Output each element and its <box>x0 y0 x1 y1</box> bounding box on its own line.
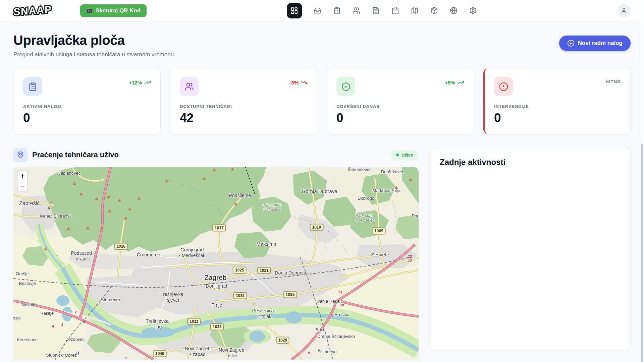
peak-marker-icon <box>203 177 206 180</box>
map-place-label: Hruščić <box>334 312 349 317</box>
map-place-label: Stupnički Obrež <box>46 353 77 358</box>
map-place-label: Stenjevec <box>101 297 121 303</box>
map-place-label: Bestovje <box>19 281 36 286</box>
scrollbar-thumb[interactable] <box>641 144 643 362</box>
map-place-label: Ježdovec <box>66 337 85 342</box>
map-place-label: Ivanec Bistranski <box>40 214 72 219</box>
map-place-label: Maksimir <box>256 241 276 247</box>
brand-logo: SNAAP <box>13 3 52 17</box>
nav-globe-icon[interactable] <box>450 7 458 15</box>
map-place-label: Đurđekovec <box>381 169 404 174</box>
map-place-label: rezje <box>13 315 21 320</box>
motorway-junction-number: 4 <box>52 324 54 328</box>
circle-check-icon <box>336 77 355 96</box>
map-place-label: Trešnjevka - sjever <box>160 292 183 303</box>
page-subtitle: Pregled aktivnih usluga i statusa tehnič… <box>13 51 175 58</box>
urgent-badge: HITNO <box>605 79 621 84</box>
clipboard-list-icon <box>23 77 42 96</box>
map-place-label: Donja Dubrava <box>275 270 306 276</box>
trending-up-icon <box>144 79 151 86</box>
map-place-label: Zagreb <box>205 274 227 282</box>
new-work-order-button[interactable]: Novi radni nalog <box>559 36 631 51</box>
map-place-label: Novi Zagreb - zapad <box>185 346 210 357</box>
stat-card-active-orders: +12% AKTIVNI NALOZI 0 <box>13 68 161 134</box>
peak-marker-icon <box>124 217 127 220</box>
users-icon <box>180 77 199 96</box>
map-place-label: Črnomerec <box>137 252 160 258</box>
map-zoom-control: + − <box>17 171 28 191</box>
trend-indicator: +5% <box>445 79 464 86</box>
peak-marker-icon <box>213 168 216 171</box>
activity-title: Zadnje aktivnosti <box>440 158 620 167</box>
map-overlay: JablanovecŠimunčevecĐurđekovecGornja Dub… <box>13 167 419 360</box>
peak-marker-icon <box>100 226 104 229</box>
peak-marker-icon <box>79 192 83 195</box>
trending-up-icon <box>458 79 464 86</box>
map-place-label: Sasi <box>316 327 324 332</box>
user-avatar[interactable] <box>617 4 631 17</box>
motorway-junction-number: 3 <box>61 323 63 327</box>
motorway-junction-number: 12 <box>408 259 412 263</box>
live-badge: Uživo <box>391 150 419 160</box>
peak-marker-icon <box>107 195 110 198</box>
recent-activity-panel: Zadnje aktivnosti <box>429 148 631 350</box>
map-place-label: Donji grad <box>206 283 227 289</box>
map-pin-icon <box>13 148 28 162</box>
stat-value: 0 <box>23 112 151 124</box>
map-place-label: Kerestinec <box>17 337 37 342</box>
peak-marker-icon <box>86 227 90 230</box>
zoom-out-button[interactable]: − <box>17 181 28 191</box>
map-place-label: Podsljeme <box>229 193 251 198</box>
nav-documents-icon[interactable] <box>372 7 380 15</box>
nav-work-orders-icon[interactable] <box>333 7 341 15</box>
page-scrollbar[interactable] <box>640 0 644 362</box>
user-icon <box>621 7 627 14</box>
peak-marker-icon <box>108 209 111 212</box>
motorway-junction-number: 9 <box>331 313 333 317</box>
nav-calendar-icon[interactable] <box>391 7 399 15</box>
map-place-label: Trnje <box>212 302 222 308</box>
map-place-label: ✈ <box>76 350 80 357</box>
live-dot <box>396 154 399 156</box>
nav-settings-icon[interactable] <box>469 7 477 15</box>
stat-card-available-technicians: -3% DOSTUPNI TEHNIČARI 42 <box>170 68 317 134</box>
peak-marker-icon <box>137 197 141 200</box>
trend-indicator: -3% <box>289 79 308 86</box>
map-canvas[interactable]: JablanovecŠimunčevecĐurđekovecGornja Dub… <box>13 167 419 360</box>
map-place-label: Podsused - Vrapče <box>71 250 95 261</box>
nav-inventory-icon[interactable] <box>430 7 438 15</box>
peak-marker-icon <box>231 167 234 170</box>
top-navbar: SNAAP Skeniraj QR Kod <box>0 0 644 21</box>
road-ref-shield: 1009 <box>372 228 386 235</box>
peak-marker-icon <box>165 179 168 182</box>
nav-map-icon[interactable] <box>411 7 419 15</box>
camera-icon <box>86 7 93 14</box>
map-place-label: Gornji grad - Medveščak <box>179 247 205 258</box>
map-place-label: Dobrodol <box>358 196 375 201</box>
peak-marker-icon <box>395 186 398 189</box>
zoom-in-button[interactable]: + <box>17 171 28 181</box>
stats-row: +12% AKTIVNI NALOZI 0 -3% DOSTUPNI TEHNI… <box>13 68 631 134</box>
scan-qr-button[interactable]: Skeniraj QR Kod <box>80 4 147 17</box>
map-place-label: Markovo Polje <box>373 188 400 193</box>
map-place-label: Novaki <box>22 302 35 307</box>
peak-marker-icon <box>67 227 70 230</box>
nav-technicians-icon[interactable] <box>353 7 361 15</box>
map-place-label: Jablanovec <box>58 171 80 176</box>
stat-value: 0 <box>494 112 621 124</box>
road-ref-shield: 1011 <box>187 318 201 325</box>
map-place-label: Orešje <box>16 271 29 276</box>
peak-marker-icon <box>409 178 412 181</box>
nav-dashboard-icon[interactable] <box>287 3 302 18</box>
road-ref-shield: 1040 <box>153 350 167 357</box>
map-place-label: Park-šuma Novoselec <box>356 213 375 223</box>
stat-label: DOVRŠENI DANAS <box>336 104 464 109</box>
octagon-alert-icon <box>494 77 513 96</box>
trending-down-icon <box>301 79 308 86</box>
main-nav <box>287 3 477 18</box>
road-ref-shield: 1035 <box>283 291 297 298</box>
nav-inbox-icon[interactable] <box>314 7 322 15</box>
map-place-label: Ivanja Reka <box>316 299 339 304</box>
stat-value: 0 <box>336 112 464 124</box>
stat-label: AKTIVNI NALOZI <box>23 104 151 109</box>
